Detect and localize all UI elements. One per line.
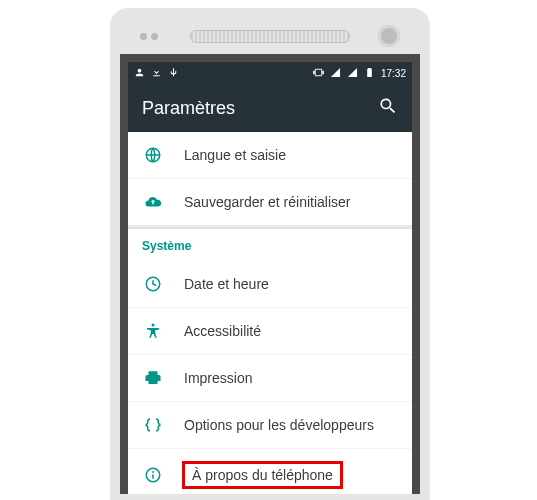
section-header-system: Système (128, 229, 412, 261)
info-icon (142, 466, 164, 484)
status-bar: 17:32 (128, 62, 412, 84)
settings-item-accessibility[interactable]: Accessibilité (128, 308, 412, 355)
search-icon[interactable] (378, 96, 398, 121)
page-title: Paramètres (142, 98, 235, 119)
speaker-grille (190, 30, 350, 43)
phone-hardware-top (120, 18, 420, 54)
settings-item-label: Options pour les développeurs (184, 417, 374, 433)
signal-icon (330, 67, 341, 80)
status-time: 17:32 (381, 68, 406, 79)
braces-icon (142, 416, 164, 434)
phone-frame: 17:32 Paramètres Langue et saisie Sauveg… (110, 8, 430, 500)
settings-item-label: À propos du téléphone (184, 463, 341, 487)
settings-item-backup[interactable]: Sauvegarder et réinitialiser (128, 179, 412, 225)
battery-icon (364, 67, 375, 80)
front-camera (378, 25, 400, 47)
cloud-upload-icon (142, 193, 164, 211)
printer-icon (142, 369, 164, 387)
settings-item-language[interactable]: Langue et saisie (128, 132, 412, 179)
user-icon (134, 67, 145, 80)
settings-item-label: Accessibilité (184, 323, 261, 339)
settings-item-developer[interactable]: Options pour les développeurs (128, 402, 412, 449)
svg-point-2 (152, 324, 155, 327)
accessibility-icon (142, 322, 164, 340)
screen: 17:32 Paramètres Langue et saisie Sauveg… (120, 54, 420, 494)
settings-list[interactable]: Langue et saisie Sauvegarder et réinitia… (128, 132, 412, 494)
download-icon (151, 67, 162, 80)
settings-item-label: Impression (184, 370, 252, 386)
settings-item-label: Date et heure (184, 276, 269, 292)
vibrate-icon (313, 67, 324, 80)
toolbar: Paramètres (128, 84, 412, 132)
settings-item-printing[interactable]: Impression (128, 355, 412, 402)
settings-item-about-phone[interactable]: À propos du téléphone (128, 449, 412, 494)
settings-item-datetime[interactable]: Date et heure (128, 261, 412, 308)
usb-icon (168, 67, 179, 80)
sensor-dots (140, 33, 158, 40)
signal-icon-2 (347, 67, 358, 80)
settings-item-label: Sauvegarder et réinitialiser (184, 194, 351, 210)
clock-icon (142, 275, 164, 293)
svg-point-4 (152, 471, 154, 473)
settings-item-label: Langue et saisie (184, 147, 286, 163)
globe-icon (142, 146, 164, 164)
